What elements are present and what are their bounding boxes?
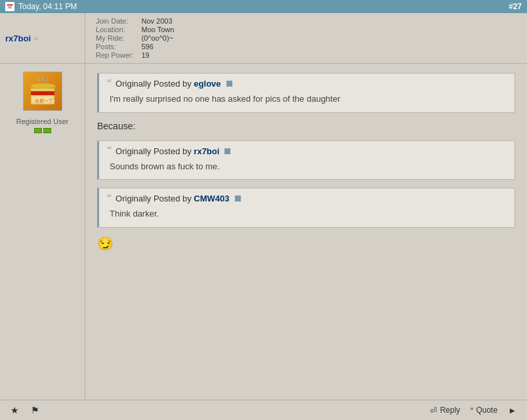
rep-pip-2 bbox=[43, 128, 51, 133]
stats-block: Join Date: Nov 2003 Location: Moo Town M… bbox=[85, 13, 527, 63]
user-meta-row: rx7boi ○ Join Date: Nov 2003 Location: M… bbox=[0, 13, 527, 64]
ride-label: My Ride: bbox=[96, 34, 133, 42]
avatar: 出前一丁 bbox=[23, 72, 62, 111]
rep-label: Rep Power: bbox=[96, 51, 133, 59]
quote-text-2: Sounds brown as fuck to me. bbox=[107, 160, 507, 173]
rep-value: 19 bbox=[141, 51, 174, 59]
more-icon: ► bbox=[508, 406, 516, 415]
report-button[interactable]: ⚑ bbox=[28, 404, 42, 417]
calendar-icon: 📅 bbox=[5, 2, 14, 11]
quote-header-2: “ Originally Posted by rx7boi bbox=[107, 146, 507, 156]
bookmark-icon: ★ bbox=[11, 405, 19, 415]
post-datetime: Today, 04:11 PM bbox=[18, 2, 77, 11]
avatar-image: 出前一丁 bbox=[24, 72, 62, 110]
top-bar: 📅 Today, 04:11 PM #27 bbox=[0, 0, 527, 13]
location-value: Moo Town bbox=[141, 26, 174, 33]
svg-rect-2 bbox=[31, 91, 54, 95]
username-block: rx7boi ○ bbox=[0, 13, 85, 63]
posts-label: Posts: bbox=[96, 43, 133, 51]
posts-value: 596 bbox=[141, 43, 174, 51]
quote-author-3: CMW403 bbox=[194, 194, 229, 203]
join-date-value: Nov 2003 bbox=[141, 17, 174, 25]
top-bar-left: 📅 Today, 04:11 PM bbox=[5, 2, 77, 11]
quote-box-3: “ Originally Posted by CMW403 Think dark… bbox=[97, 188, 515, 228]
avatar-svg: 出前一丁 bbox=[26, 74, 60, 108]
quote-author-2: rx7boi bbox=[194, 146, 219, 156]
location-label: Location: bbox=[96, 26, 133, 33]
report-icon: ⚑ bbox=[31, 405, 39, 415]
stats-grid: Join Date: Nov 2003 Location: Moo Town M… bbox=[96, 17, 174, 59]
post-smiley: 😏 bbox=[97, 236, 515, 251]
quote-attribution-1: Originally Posted by eglove bbox=[116, 79, 221, 89]
join-date-label: Join Date: bbox=[96, 17, 133, 25]
online-indicator: ○ bbox=[33, 34, 38, 42]
rep-bar bbox=[34, 128, 51, 133]
reply-label: Reply bbox=[440, 406, 460, 415]
action-right: ⏎ Reply “ Quote ► bbox=[427, 404, 519, 417]
quote-text-1: I'm really surprised no one has asked fo… bbox=[107, 93, 507, 106]
bookmark-button[interactable]: ★ bbox=[8, 404, 22, 417]
quote-author-1: eglove bbox=[194, 79, 221, 89]
post-number: #27 bbox=[509, 2, 522, 11]
view-post-icon-3[interactable] bbox=[235, 196, 241, 201]
action-left: ★ ⚑ bbox=[8, 404, 42, 417]
quote-box-1: “ Originally Posted by eglove I'm really… bbox=[97, 73, 515, 113]
quote-attribution-3: Originally Posted by CMW403 bbox=[116, 194, 229, 203]
quote-icon-btn: “ bbox=[471, 406, 473, 415]
user-title: Registered User bbox=[16, 117, 68, 125]
quote-button[interactable]: “ Quote bbox=[468, 404, 500, 417]
quote-attribution-2: Originally Posted by rx7boi bbox=[116, 146, 219, 156]
view-post-icon-2[interactable] bbox=[224, 148, 230, 154]
post-middle-text: Because: bbox=[97, 121, 515, 131]
view-post-icon-1[interactable] bbox=[226, 81, 232, 87]
post-container: 📅 Today, 04:11 PM #27 rx7boi ○ Join Date… bbox=[0, 0, 527, 420]
svg-text:出前一丁: 出前一丁 bbox=[35, 98, 53, 104]
user-panel: 出前一丁 Registered User bbox=[0, 64, 85, 400]
quote-open-icon: “ bbox=[107, 78, 112, 89]
svg-point-5 bbox=[31, 83, 54, 89]
quote-header-1: “ Originally Posted by eglove bbox=[107, 79, 507, 89]
quote-header-3: “ Originally Posted by CMW403 bbox=[107, 194, 507, 203]
reply-button[interactable]: ⏎ Reply bbox=[427, 404, 463, 417]
action-bar: ★ ⚑ ⏎ Reply “ Quote ► bbox=[0, 400, 527, 420]
post-content: “ Originally Posted by eglove I'm really… bbox=[85, 64, 527, 400]
more-button[interactable]: ► bbox=[505, 404, 519, 417]
quote-open-icon-2: “ bbox=[107, 145, 112, 156]
quote-box-2: “ Originally Posted by rx7boi Sounds bro… bbox=[97, 140, 515, 180]
username[interactable]: rx7boi bbox=[5, 33, 31, 43]
rep-pip-1 bbox=[34, 128, 42, 133]
quote-open-icon-3: “ bbox=[107, 193, 112, 203]
quote-label: Quote bbox=[476, 406, 497, 415]
ride-value: (0^oo^0)~ bbox=[141, 34, 174, 42]
reply-arrow-icon: ⏎ bbox=[430, 406, 437, 415]
quote-text-3: Think darker. bbox=[107, 207, 507, 220]
middle-row: 出前一丁 Registered User bbox=[0, 64, 527, 400]
